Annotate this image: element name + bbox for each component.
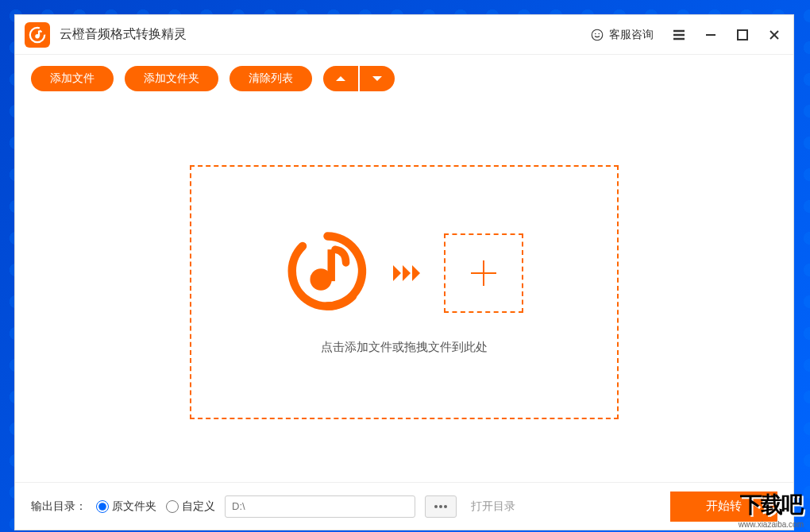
window-controls [669, 25, 784, 44]
chevron-up-icon [334, 74, 347, 83]
move-up-button[interactable] [323, 66, 358, 91]
svg-rect-14 [327, 249, 334, 281]
app-window: 云橙音频格式转换精灵 客服咨询 添加文件 添加文件夹 清除列表 [14, 14, 794, 530]
svg-rect-10 [738, 30, 747, 40]
bottom-bar: 输出目录： 原文件夹 自定义 打开目录 开始转 [15, 482, 793, 530]
add-folder-button[interactable]: 添加文件夹 [125, 66, 218, 91]
radio-original-folder[interactable]: 原文件夹 [96, 499, 156, 514]
minimize-button[interactable] [701, 25, 720, 44]
radio-custom-label: 自定义 [182, 499, 215, 514]
drop-zone[interactable]: 点击添加文件或拖拽文件到此处 [190, 165, 619, 419]
forward-arrows-icon [393, 265, 420, 281]
radio-original-input[interactable] [96, 500, 109, 513]
maximize-button[interactable] [733, 25, 752, 44]
output-label: 输出目录： [31, 499, 87, 514]
smile-icon [590, 28, 604, 42]
open-directory-link[interactable]: 打开目录 [471, 499, 515, 514]
music-note-icon [286, 229, 369, 316]
app-title: 云橙音频格式转换精灵 [60, 26, 187, 43]
chevron-down-icon [371, 74, 384, 83]
main-area: 点击添加文件或拖拽文件到此处 [15, 102, 793, 482]
app-icon [25, 22, 50, 48]
browse-button[interactable] [425, 495, 457, 518]
plus-icon [468, 257, 499, 289]
reorder-controls [323, 66, 395, 91]
add-file-button[interactable]: 添加文件 [31, 66, 114, 91]
radio-custom-folder[interactable]: 自定义 [166, 499, 215, 514]
output-path-input[interactable] [225, 495, 415, 518]
move-down-button[interactable] [360, 66, 395, 91]
support-link[interactable]: 客服咨询 [590, 28, 654, 42]
drop-zone-graphics [286, 229, 523, 316]
radio-original-label: 原文件夹 [112, 499, 156, 514]
toolbar: 添加文件 添加文件夹 清除列表 [15, 55, 793, 102]
radio-custom-input[interactable] [166, 500, 179, 513]
close-button[interactable] [765, 25, 784, 44]
support-label: 客服咨询 [609, 28, 654, 42]
svg-point-4 [595, 33, 596, 34]
titlebar: 云橙音频格式转换精灵 客服咨询 [15, 15, 793, 55]
drop-zone-hint: 点击添加文件或拖拽文件到此处 [321, 340, 488, 355]
menu-button[interactable] [669, 25, 688, 44]
start-convert-button[interactable]: 开始转 [670, 492, 777, 522]
svg-point-3 [592, 29, 603, 40]
clear-list-button[interactable]: 清除列表 [230, 66, 312, 91]
svg-point-5 [599, 33, 600, 34]
add-target-box [444, 233, 523, 313]
